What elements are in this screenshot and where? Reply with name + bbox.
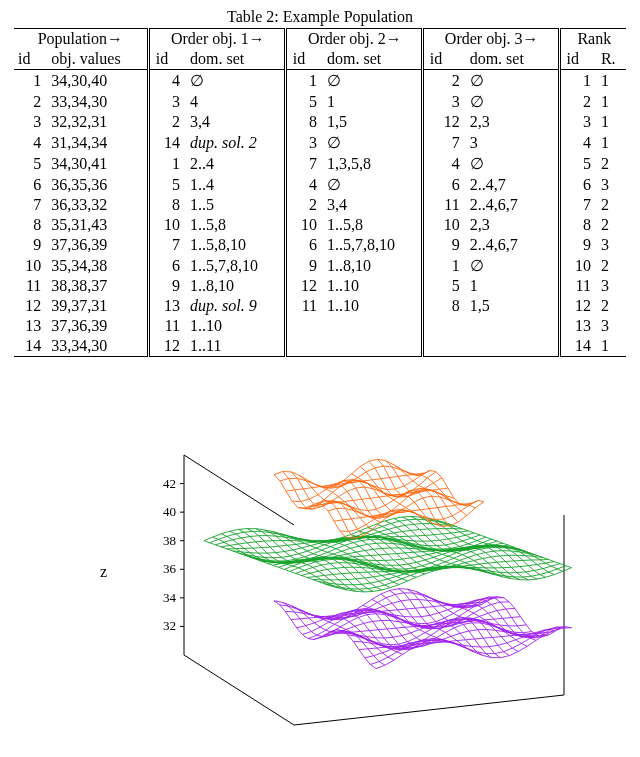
cell: 3 — [466, 132, 559, 153]
cell: 11 — [285, 296, 323, 316]
col-o2-domset: dom. set — [323, 49, 422, 70]
cell: 9 — [422, 235, 465, 255]
cell: 2 — [597, 255, 626, 276]
table-caption: Table 2: Example Population — [14, 8, 626, 26]
cell: 3 — [559, 112, 597, 132]
plot-svg: 323436384042 — [144, 425, 604, 755]
cell: 9 — [148, 276, 186, 296]
cell: 8 — [148, 195, 186, 215]
cell: 14 — [148, 132, 186, 153]
cell: 3,4 — [323, 195, 422, 215]
cell: 37,36,39 — [47, 235, 148, 255]
cell: 8 — [559, 215, 597, 235]
z-tick-label: 34 — [163, 590, 177, 605]
cell: 39,37,31 — [47, 296, 148, 316]
cell: 13 — [559, 316, 597, 336]
cell: 2 — [597, 195, 626, 215]
table-row: 937,36,3971..5,8,1061..5,7,8,1092..4,6,7… — [14, 235, 626, 255]
z-axis-label: z — [100, 563, 107, 581]
z-tick-label: 42 — [163, 476, 176, 491]
cell: 1..5,8 — [186, 215, 285, 235]
z-tick-label: 32 — [163, 618, 176, 633]
cell: 1..4 — [186, 174, 285, 195]
table-row: 431,34,3414dup. sol. 23∅7341 — [14, 132, 626, 153]
cell: 1 — [14, 70, 47, 92]
cell: ∅ — [186, 70, 285, 92]
cell: 12 — [422, 112, 465, 132]
cell: 12 — [148, 336, 186, 357]
cell — [285, 316, 323, 336]
cell: 6 — [148, 255, 186, 276]
cell: 7 — [14, 195, 47, 215]
cell: 7 — [422, 132, 465, 153]
cell: ∅ — [466, 153, 559, 174]
cell: 1..5,7,8,10 — [323, 235, 422, 255]
col-group-population: Population→ — [14, 29, 148, 50]
cell: 1..8,10 — [323, 255, 422, 276]
cell: 1 — [422, 255, 465, 276]
table-row: 332,32,3123,481,5122,331 — [14, 112, 626, 132]
cell: 2..4,6,7 — [466, 195, 559, 215]
cell: 10 — [422, 215, 465, 235]
cell: 2,3 — [466, 112, 559, 132]
table-row: 1138,38,3791..8,10121..1051113 — [14, 276, 626, 296]
cell: 1 — [597, 91, 626, 112]
table-row: 1035,34,3861..5,7,8,1091..8,101∅102 — [14, 255, 626, 276]
table-row: 835,31,43101..5,8101..5,8102,382 — [14, 215, 626, 235]
cell: dup. sol. 9 — [186, 296, 285, 316]
cell: 36,33,32 — [47, 195, 148, 215]
cell: 6 — [559, 174, 597, 195]
cell: 7 — [148, 235, 186, 255]
cell: 5 — [422, 276, 465, 296]
cell: ∅ — [466, 255, 559, 276]
cell: 33,34,30 — [47, 91, 148, 112]
cell: 1,5 — [323, 112, 422, 132]
cell: 1 — [597, 336, 626, 357]
cell: 2 — [148, 112, 186, 132]
cell: 1..10 — [323, 276, 422, 296]
cell: 37,36,39 — [47, 316, 148, 336]
table-row: 134,30,404∅1∅2∅11 — [14, 70, 626, 92]
cell: 1 — [597, 70, 626, 92]
cell: 1..10 — [323, 296, 422, 316]
cell: 12 — [14, 296, 47, 316]
cell: ∅ — [323, 174, 422, 195]
cell: 1 — [323, 91, 422, 112]
cell: 11 — [559, 276, 597, 296]
cell: 1 — [597, 112, 626, 132]
cell — [323, 316, 422, 336]
cell: 1,5 — [466, 296, 559, 316]
cell: 3 — [597, 174, 626, 195]
cell: 3,4 — [186, 112, 285, 132]
col-group-order1: Order obj. 1→ — [148, 29, 285, 50]
cell: 11 — [422, 195, 465, 215]
table-row: 636,35,3651..44∅62..4,763 — [14, 174, 626, 195]
cell — [285, 336, 323, 357]
cell: 7 — [559, 195, 597, 215]
cell: 8 — [14, 215, 47, 235]
cell: 3 — [597, 235, 626, 255]
cell: 3 — [148, 91, 186, 112]
cell: 2,3 — [466, 215, 559, 235]
cell: 6 — [285, 235, 323, 255]
col-o1-domset: dom. set — [186, 49, 285, 70]
cell: 14 — [14, 336, 47, 357]
cell: 8 — [422, 296, 465, 316]
table-row: 233,34,3034513∅21 — [14, 91, 626, 112]
cell: 5 — [285, 91, 323, 112]
cell: 5 — [148, 174, 186, 195]
cell: 2 — [14, 91, 47, 112]
cell: 2..4,7 — [466, 174, 559, 195]
table-row: 1337,36,39111..10133 — [14, 316, 626, 336]
cell: 3 — [422, 91, 465, 112]
cell: 6 — [14, 174, 47, 195]
cell: 13 — [148, 296, 186, 316]
cell: 4 — [148, 70, 186, 92]
col-rank-id: id — [559, 49, 597, 70]
surface-plot: z 323436384042 — [14, 405, 626, 757]
z-tick-label: 40 — [163, 504, 176, 519]
cell: 34,30,40 — [47, 70, 148, 92]
cell: 2 — [597, 296, 626, 316]
cell: 31,34,34 — [47, 132, 148, 153]
cell: 1 — [285, 70, 323, 92]
